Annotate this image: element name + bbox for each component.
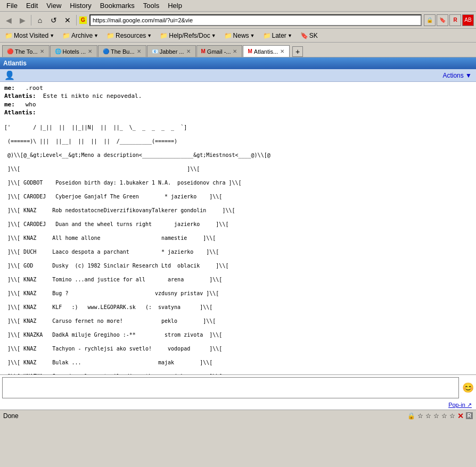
toolbar-separator-1 [31, 15, 31, 26]
back-button[interactable]: ◀ [2, 14, 15, 27]
bookmark-label-3: Resources [116, 32, 146, 39]
tab-2[interactable]: 🔵 The Bu... ✕ [98, 45, 146, 57]
tab-close-3[interactable]: ✕ [186, 48, 191, 54]
bookmark-arrow-icon-4: ▼ [211, 33, 216, 38]
bookmarks-bar: 📁 Most Visited ▼ 📁 Archive ▼ 📁 Resources… [0, 29, 476, 43]
bookmark-folder-icon-2: 📁 [62, 32, 70, 39]
chat-actions-button[interactable]: Actions ▼ [442, 72, 472, 79]
home-button[interactable]: ⌂ [34, 14, 46, 27]
menu-file[interactable]: File [2, 1, 22, 10]
bookmark-folder-icon: 📁 [5, 32, 13, 39]
bookmark-label-2: Archive [71, 32, 93, 39]
forward-button[interactable]: ▶ [16, 14, 29, 27]
address-adblock-button[interactable]: AB [462, 14, 474, 26]
stop-button[interactable]: ✕ [61, 14, 74, 27]
address-info-button[interactable]: 🔒 [424, 14, 436, 26]
status-left: Done [3, 412, 19, 420]
chat-container[interactable]: me: .root Atlantis: Este ti nikto nic ne… [0, 82, 476, 374]
bookmark-arrow-icon-2: ▼ [94, 33, 99, 38]
address-input[interactable] [89, 14, 422, 26]
tab-close-5[interactable]: ✕ [280, 48, 285, 54]
chat-user-icon: 👤 [4, 70, 15, 80]
bookmark-folder-icon-4: 📁 [160, 32, 168, 39]
tab-favicon-5: M [248, 48, 252, 54]
tab-close-1[interactable]: ✕ [87, 48, 93, 54]
bookmark-archive[interactable]: 📁 Archive ▼ [59, 30, 102, 41]
bookmark-icon-7: 🔖 [300, 32, 308, 39]
bookmark-folder-icon-3: 📁 [106, 32, 114, 39]
menu-edit[interactable]: Edit [22, 1, 42, 10]
menu-help[interactable]: Help [163, 1, 186, 10]
bookmark-arrow-icon-6: ▼ [288, 33, 292, 38]
lock-icon: 🔒 [407, 412, 415, 420]
tab-label-2: The Bu... [111, 48, 135, 55]
tabs-bar: 🔴 The To... ✕ 🌐 Hotels ... ✕ 🔵 The Bu...… [0, 43, 476, 57]
window-title: Atlantis [3, 60, 27, 67]
menu-bar: File Edit View History Bookmarks Tools H… [0, 0, 476, 12]
star-4[interactable]: ☆ [441, 412, 447, 420]
tab-close-0[interactable]: ✕ [39, 48, 45, 54]
address-r-button[interactable]: R [449, 14, 461, 26]
address-favicon: G [79, 16, 87, 24]
star-2[interactable]: ☆ [425, 412, 431, 420]
bookmark-most-visited[interactable]: 📁 Most Visited ▼ [1, 30, 58, 41]
popup-link[interactable]: Pop-in ↗ [448, 402, 472, 408]
chat-line-3: Atlantis: [4, 109, 472, 116]
tab-0[interactable]: 🔴 The To... ✕ [2, 45, 50, 57]
chat-input[interactable] [2, 377, 459, 398]
star-1[interactable]: ☆ [417, 412, 423, 420]
tab-3[interactable]: 📧 Jabber ... ✕ [147, 45, 196, 57]
tab-label-4: Gmail -... [207, 48, 231, 55]
tab-4[interactable]: M Gmail -... ✕ [196, 45, 243, 57]
window-titlebar: Atlantis [0, 57, 476, 69]
emoji-icon[interactable]: 😊 [462, 382, 474, 394]
bookmark-news[interactable]: 📁 News ▼ [220, 30, 259, 41]
star-5[interactable]: ☆ [449, 412, 455, 420]
status-text: Done [3, 412, 19, 420]
menu-history[interactable]: History [65, 1, 95, 10]
tab-1[interactable]: 🌐 Hotels ... ✕ [50, 45, 97, 57]
tab-label-0: The To... [15, 48, 38, 55]
bookmark-label-6: Later [272, 32, 286, 39]
address-bar-container: G 🔒 🔖 R AB [79, 13, 474, 28]
menu-tools[interactable]: Tools [139, 1, 163, 10]
menu-view[interactable]: View [42, 1, 65, 10]
bookmark-later[interactable]: 📁 Later ▼ [259, 30, 296, 41]
tab-favicon-2: 🔵 [103, 48, 109, 54]
input-container: 😊 Pop-in ↗ [0, 374, 476, 410]
bookmark-resources[interactable]: 📁 Resources ▼ [103, 30, 155, 41]
tab-favicon-4: M [201, 48, 206, 54]
readitlater-icon: R [466, 412, 473, 419]
tab-close-4[interactable]: ✕ [232, 48, 237, 54]
popup-link-container: Pop-in ↗ [0, 401, 476, 410]
bookmark-label-7: SK [309, 32, 318, 39]
new-tab-button[interactable]: + [292, 46, 303, 57]
tab-favicon-0: 🔴 [7, 48, 13, 54]
tab-label-1: Hotels ... [63, 48, 86, 55]
bookmark-arrow-icon: ▼ [50, 33, 54, 38]
bookmark-arrow-icon-3: ▼ [147, 33, 152, 38]
bookmark-sk[interactable]: 🔖 SK [297, 30, 322, 41]
chat-line-2: me: who [4, 101, 472, 109]
star-3[interactable]: ☆ [433, 412, 439, 420]
toolbar-separator-2 [76, 15, 77, 26]
main-content: me: .root Atlantis: Este ti nikto nic ne… [0, 82, 476, 410]
address-extra-button[interactable]: 🔖 [437, 14, 448, 26]
input-row: 😊 [0, 375, 476, 401]
bookmark-helprefs[interactable]: 📁 Help/Refs/Doc ▼ [156, 30, 219, 41]
status-bar: Done 🔒 ☆ ☆ ☆ ☆ ☆ ✕ R [0, 410, 476, 421]
tab-5[interactable]: M Atlantis... ✕ [243, 45, 290, 57]
chat-header: 👤 Actions ▼ [0, 69, 476, 82]
menu-bookmarks[interactable]: Bookmarks [96, 1, 139, 10]
bookmark-arrow-icon-5: ▼ [250, 33, 255, 38]
address-icons: 🔒 🔖 R AB [424, 14, 474, 26]
tab-favicon-3: 📧 [152, 48, 158, 54]
tab-close-2[interactable]: ✕ [136, 48, 142, 54]
bookmark-label-5: News [233, 32, 249, 39]
status-right: 🔒 ☆ ☆ ☆ ☆ ☆ ✕ R [407, 412, 473, 420]
tab-favicon-1: 🌐 [55, 48, 61, 54]
reload-button[interactable]: ↺ [47, 14, 60, 27]
bookmark-label-4: Help/Refs/Doc [169, 32, 210, 39]
xmarks-icon: ✕ [457, 412, 464, 420]
chat-line-1: Atlantis: Este ti nikto nic nepovedal. [4, 92, 472, 100]
